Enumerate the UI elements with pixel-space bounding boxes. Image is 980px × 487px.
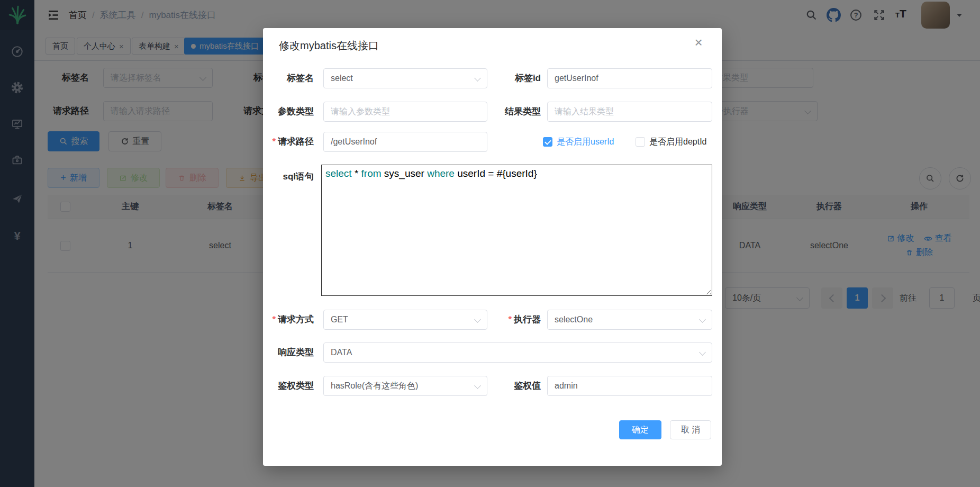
sql-text: * — [352, 168, 361, 179]
sql-label: sql语句 — [263, 167, 314, 187]
sql-keyword: from — [361, 168, 382, 179]
select-value: GET — [331, 315, 348, 324]
request-path-input[interactable] — [323, 132, 487, 152]
confirm-button[interactable]: 确定 — [619, 420, 661, 439]
select-value: DATA — [331, 348, 352, 357]
result-type-input[interactable] — [547, 102, 712, 122]
label-text: 请求路径 — [278, 137, 314, 147]
request-path-label: *请求路径 — [263, 132, 314, 152]
chevron-down-icon — [699, 316, 706, 323]
request-method-select[interactable]: GET — [323, 310, 487, 330]
required-mark: * — [272, 314, 276, 324]
sql-text: sys_user — [382, 168, 428, 179]
app-root: ¥ 首页 / 系统工具 / mybatis在线接口 — [0, 0, 980, 487]
sql-text: userId = #{userId} — [455, 168, 537, 179]
dialog-title: 修改mybatis在线接口 — [279, 39, 379, 53]
select-value: selectOne — [555, 315, 593, 324]
resize-handle[interactable] — [704, 288, 711, 294]
auth-value-input[interactable] — [547, 376, 712, 396]
cancel-button[interactable]: 取 消 — [670, 420, 711, 439]
response-type-label: 响应类型 — [263, 342, 314, 363]
edit-mybatis-dialog: 修改mybatis在线接口 × 标签名 select 标签id 参数类型 结果类… — [263, 28, 722, 466]
auth-value-label: 鉴权值 — [464, 376, 541, 396]
executor-select[interactable]: selectOne — [547, 310, 712, 330]
select-value: select — [331, 74, 353, 83]
chevron-down-icon — [699, 349, 706, 356]
select-value: hasRole(含有这些角色) — [331, 381, 418, 392]
sql-editor[interactable]: select * from sys_user where userId = #{… — [321, 165, 712, 296]
result-type-label: 结果类型 — [464, 102, 541, 122]
sql-keyword: select — [325, 168, 352, 179]
required-mark: * — [508, 314, 512, 324]
auth-type-label: 鉴权类型 — [263, 376, 314, 396]
enable-userid-checkbox[interactable] — [543, 137, 552, 147]
tag-id-input[interactable] — [547, 68, 712, 88]
close-icon[interactable]: × — [686, 30, 711, 55]
tag-name-select[interactable]: select — [323, 68, 487, 88]
required-mark: * — [272, 137, 276, 147]
response-type-select[interactable]: DATA — [323, 342, 712, 363]
param-type-label: 参数类型 — [263, 102, 314, 122]
param-type-input[interactable] — [323, 102, 487, 122]
enable-deptid-checkbox[interactable] — [636, 137, 645, 147]
tag-id-label: 标签id — [464, 68, 541, 88]
label-text: 请求方式 — [278, 314, 314, 324]
auth-type-select[interactable]: hasRole(含有这些角色) — [323, 376, 487, 396]
executor-label: *执行器 — [464, 310, 541, 330]
sql-keyword: where — [427, 168, 455, 179]
request-method-label: *请求方式 — [263, 310, 314, 330]
enable-userid-label[interactable]: 是否启用userId — [557, 132, 614, 152]
tag-name-label: 标签名 — [263, 68, 314, 88]
label-text: 执行器 — [514, 314, 541, 324]
enable-deptid-label[interactable]: 是否启用deptId — [649, 132, 706, 152]
